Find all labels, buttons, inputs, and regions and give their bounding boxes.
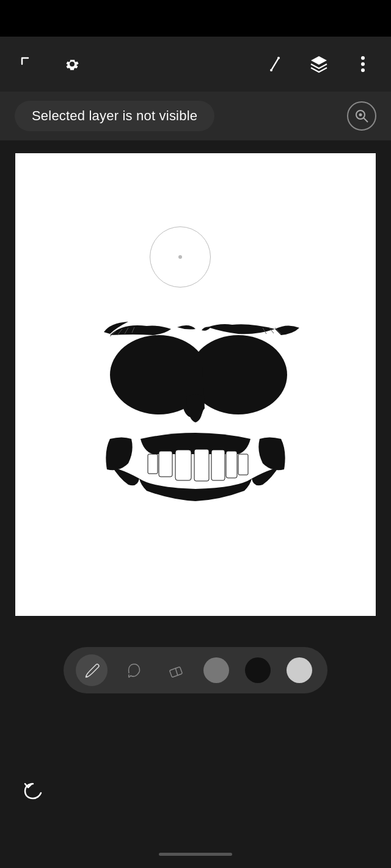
layers-icon[interactable]: [305, 51, 332, 78]
skull-artwork: [73, 262, 318, 567]
notification-bar: Selected layer is not visible: [0, 92, 391, 140]
svg-point-3: [270, 69, 272, 71]
svg-rect-15: [194, 449, 209, 481]
svg-point-4: [277, 57, 280, 59]
svg-rect-19: [238, 454, 248, 475]
svg-line-28: [175, 668, 178, 676]
status-bar: [0, 0, 391, 37]
svg-line-9: [364, 118, 368, 122]
toolbar-right: [261, 51, 376, 78]
undo-button[interactable]: [18, 775, 48, 805]
gray-color-tool[interactable]: [200, 654, 232, 686]
top-toolbar: [0, 37, 391, 92]
search-circle-button[interactable]: [347, 101, 376, 131]
home-indicator: [159, 853, 232, 856]
compass-icon[interactable]: [261, 51, 288, 78]
svg-rect-17: [226, 451, 237, 478]
tools-pill: [64, 647, 327, 693]
svg-rect-14: [175, 450, 191, 480]
brush-tool[interactable]: [76, 654, 108, 686]
settings-icon[interactable]: [59, 51, 86, 78]
svg-rect-16: [211, 450, 225, 480]
corner-icon[interactable]: [15, 51, 42, 78]
svg-rect-18: [148, 454, 158, 474]
drawing-canvas[interactable]: [15, 153, 376, 616]
svg-point-5: [361, 56, 365, 60]
svg-rect-13: [159, 451, 172, 477]
circle-dot: [178, 255, 182, 259]
svg-point-7: [361, 68, 365, 72]
lightgray-color-tool[interactable]: [283, 654, 315, 686]
eraser-tool[interactable]: [159, 654, 191, 686]
svg-point-10: [359, 114, 362, 117]
svg-point-6: [361, 62, 365, 66]
toolbar-left: [15, 51, 86, 78]
notification-pill: Selected layer is not visible: [15, 101, 214, 131]
notification-text: Selected layer is not visible: [32, 108, 197, 123]
canvas-area[interactable]: [0, 140, 391, 629]
gray-swatch: [203, 657, 229, 683]
bottom-area: [0, 629, 391, 763]
lasso-tool[interactable]: [117, 654, 149, 686]
more-icon[interactable]: [349, 51, 376, 78]
lightgray-swatch: [287, 657, 312, 683]
black-color-tool[interactable]: [242, 654, 274, 686]
black-swatch: [245, 657, 271, 683]
